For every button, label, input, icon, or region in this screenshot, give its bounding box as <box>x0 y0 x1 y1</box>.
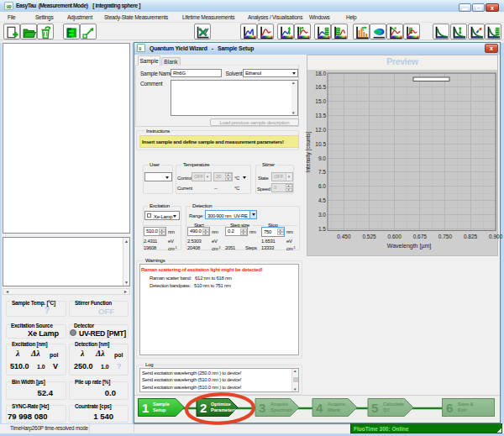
svg-text:15.0: 15.0 <box>315 98 326 104</box>
svg-text:0.825: 0.825 <box>464 234 478 239</box>
svg-text:0.450: 0.450 <box>337 234 351 239</box>
svg-text:Exit: Exit <box>458 407 466 412</box>
svg-text:Setup: Setup <box>153 407 166 412</box>
svg-text:10.5: 10.5 <box>315 141 326 147</box>
svg-text:Save &: Save & <box>458 402 474 407</box>
svg-text:Sample: Sample <box>153 402 170 407</box>
svg-text:4.5: 4.5 <box>318 197 326 203</box>
svg-text:13.5: 13.5 <box>315 113 326 118</box>
svg-text:QY: QY <box>383 407 390 412</box>
svg-text:Blank: Blank <box>328 407 341 412</box>
svg-text:12.0: 12.0 <box>315 127 326 133</box>
svg-text:Wavelength [µm]: Wavelength [µm] <box>387 243 431 250</box>
svg-text:7.5: 7.5 <box>318 169 326 175</box>
svg-text:0.525: 0.525 <box>362 234 376 239</box>
svg-text:t: t <box>362 27 364 32</box>
svg-text:1.5: 1.5 <box>318 226 326 232</box>
svg-text:0.675: 0.675 <box>413 234 428 239</box>
svg-text:1: 1 <box>142 401 149 415</box>
svg-text:Intensity [counts]: Intensity [counts] <box>305 131 312 172</box>
svg-text:a: a <box>394 25 396 29</box>
svg-text:Spectrum: Spectrum <box>270 407 292 412</box>
svg-text:Calculate: Calculate <box>383 402 404 407</box>
svg-text:9.0: 9.0 <box>318 155 326 161</box>
svg-text:18.0: 18.0 <box>315 71 326 76</box>
svg-text:Acquire: Acquire <box>328 402 345 407</box>
svg-text:6.0: 6.0 <box>318 183 326 189</box>
svg-text:3.0: 3.0 <box>318 212 326 218</box>
svg-text:0.600: 0.600 <box>388 234 402 239</box>
svg-text:0.900: 0.900 <box>489 234 503 239</box>
svg-text:16.5: 16.5 <box>315 84 326 90</box>
svg-text:0.750: 0.750 <box>438 234 453 239</box>
svg-text:Acquire: Acquire <box>270 402 288 407</box>
svg-text:6: 6 <box>446 401 453 415</box>
svg-text:4: 4 <box>316 401 323 415</box>
svg-text:5: 5 <box>371 401 378 415</box>
